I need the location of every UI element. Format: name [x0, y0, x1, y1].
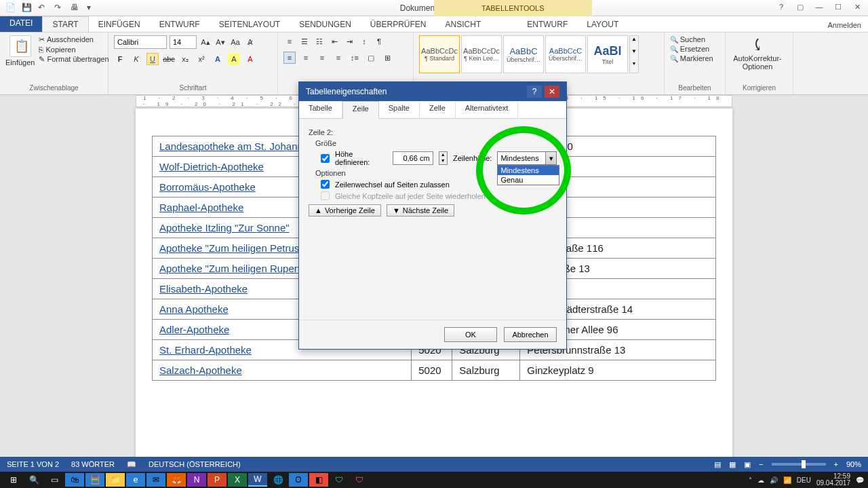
- status-page[interactable]: SEITE 1 VON 2: [7, 460, 59, 468]
- onenote-icon[interactable]: N: [187, 473, 206, 487]
- dtab-tabelle[interactable]: Tabelle: [299, 101, 342, 118]
- style-ueberschrift1[interactable]: AaBbCÜberschrif…: [503, 35, 544, 73]
- strike-button[interactable]: abc: [163, 53, 175, 65]
- view-print-icon[interactable]: ▦: [729, 460, 736, 469]
- table-cell[interactable]: Salzach-Apotheke: [153, 360, 412, 381]
- bold-button[interactable]: F: [114, 53, 126, 65]
- row-height-combo[interactable]: Mindestens ▾ Mindestens Genau: [497, 151, 557, 165]
- justify-icon[interactable]: ≡: [332, 52, 344, 64]
- superscript-button[interactable]: x²: [195, 53, 208, 65]
- tray-up-icon[interactable]: ˄: [749, 476, 752, 484]
- cancel-button[interactable]: Abbrechen: [504, 327, 557, 342]
- table-cell[interactable]: Salzburg: [452, 360, 520, 381]
- taskview-icon[interactable]: ▭: [45, 473, 64, 487]
- dialog-help-icon[interactable]: ?: [527, 86, 542, 98]
- status-proofing-icon[interactable]: 📖: [127, 460, 136, 469]
- show-marks-icon[interactable]: ¶: [373, 35, 385, 48]
- height-spinner[interactable]: ▲▼: [439, 151, 448, 165]
- redo-icon[interactable]: ↷: [54, 3, 65, 14]
- start-button[interactable]: ⊞: [4, 473, 23, 487]
- tab-ansicht[interactable]: ANSICHT: [436, 17, 491, 32]
- close-icon[interactable]: ✕: [849, 0, 865, 14]
- tab-entwurf[interactable]: ENTWURF: [150, 17, 210, 32]
- tray-onedrive-icon[interactable]: ☁: [757, 476, 764, 484]
- zoom-out-icon[interactable]: −: [759, 460, 763, 468]
- tray-volume-icon[interactable]: 🔊: [770, 476, 778, 484]
- paste-button[interactable]: Einfügen: [5, 35, 35, 67]
- login-link[interactable]: Anmelden: [821, 18, 868, 32]
- tray-network-icon[interactable]: 📶: [783, 476, 791, 484]
- qa-more-icon[interactable]: ▾: [87, 3, 98, 14]
- allow-break-checkbox[interactable]: [321, 180, 330, 189]
- tab-table-layout[interactable]: LAYOUT: [577, 17, 628, 32]
- undo-icon[interactable]: ↶: [38, 3, 49, 14]
- dtab-alternativtext[interactable]: Alternativtext: [456, 101, 519, 118]
- subscript-button[interactable]: x₂: [179, 53, 191, 65]
- shrink-font-icon[interactable]: A▾: [214, 36, 226, 48]
- style-ueberschrift2[interactable]: AaBbCcCÜberschrif…: [545, 35, 586, 73]
- view-read-icon[interactable]: ▤: [714, 460, 721, 469]
- dialog-close-icon[interactable]: ✕: [545, 86, 559, 98]
- mail-icon[interactable]: ✉: [146, 473, 165, 487]
- edge-icon[interactable]: e: [126, 473, 145, 487]
- tab-seitenlayout[interactable]: SEITENLAYOUT: [210, 17, 290, 32]
- calc-icon[interactable]: 🧮: [85, 473, 104, 487]
- sort-icon[interactable]: ↕: [358, 35, 370, 48]
- table-row[interactable]: Salzach-Apotheke5020SalzburgGinzkeyplatz…: [153, 360, 716, 381]
- maximize-icon[interactable]: ☐: [830, 0, 846, 14]
- chrome-icon[interactable]: 🌐: [269, 473, 288, 487]
- style-standard[interactable]: AaBbCcDc¶ Standard: [419, 35, 460, 73]
- zoom-slider[interactable]: [772, 463, 826, 466]
- chevron-down-icon[interactable]: ▾: [545, 152, 556, 164]
- borders-icon[interactable]: ⊞: [381, 52, 393, 64]
- word-taskbar-icon[interactable]: W: [248, 473, 267, 487]
- align-left-icon[interactable]: ≡: [283, 52, 296, 64]
- italic-button[interactable]: K: [130, 53, 142, 65]
- dtab-zelle[interactable]: Zelle: [420, 101, 456, 118]
- grow-font-icon[interactable]: A▴: [199, 36, 212, 48]
- align-right-icon[interactable]: ≡: [316, 52, 328, 64]
- styles-more-icon[interactable]: ▾: [630, 60, 638, 73]
- status-words[interactable]: 83 WÖRTER: [71, 460, 115, 468]
- tab-sendungen[interactable]: SENDUNGEN: [290, 17, 361, 32]
- format-painter-button[interactable]: ✎ Format übertragen: [39, 55, 108, 64]
- dtab-spalte[interactable]: Spalte: [379, 101, 420, 118]
- ribbon-opts-icon[interactable]: ▢: [792, 0, 808, 14]
- tray-notifications-icon[interactable]: 💬: [856, 476, 864, 484]
- numbering-icon[interactable]: ☰: [298, 35, 311, 48]
- tray-date[interactable]: 09.04.2017: [816, 479, 850, 487]
- line-spacing-icon[interactable]: ↕≡: [349, 52, 361, 64]
- replace-button[interactable]: Ersetzen: [670, 45, 719, 53]
- dtab-zeile[interactable]: Zeile: [342, 101, 379, 119]
- find-button[interactable]: Suchen: [670, 35, 719, 43]
- shield2-icon[interactable]: 🛡: [350, 473, 369, 487]
- align-center-icon[interactable]: ≡: [300, 52, 312, 64]
- tab-datei[interactable]: DATEI: [0, 16, 42, 32]
- font-color-icon[interactable]: A: [244, 53, 256, 65]
- store-icon[interactable]: 🛍: [65, 473, 84, 487]
- save-icon[interactable]: 💾: [22, 3, 33, 14]
- tab-einfuegen[interactable]: EINFÜGEN: [89, 17, 150, 32]
- styles-up-icon[interactable]: ▲: [630, 36, 638, 48]
- bullets-icon[interactable]: ≡: [283, 35, 296, 48]
- font-size-input[interactable]: [170, 35, 197, 49]
- change-case-icon[interactable]: Aa: [229, 36, 241, 48]
- highlight-icon[interactable]: A: [228, 53, 240, 65]
- select-button[interactable]: Markieren: [670, 54, 719, 62]
- tray-lang[interactable]: DEU: [797, 476, 811, 484]
- style-kein-leerraum[interactable]: AaBbCcDc¶ Kein Lee…: [461, 35, 502, 73]
- tab-ueberpruefen[interactable]: ÜBERPRÜFEN: [361, 17, 436, 32]
- autocorrect-button[interactable]: ⤹ AutoKorrektur-Optionen: [731, 35, 784, 71]
- table-cell[interactable]: Ginzkeyplatz 9: [520, 360, 716, 381]
- search-icon[interactable]: 🔍: [24, 473, 43, 487]
- tab-table-entwurf[interactable]: ENTWURF: [517, 17, 577, 32]
- view-web-icon[interactable]: ▣: [744, 460, 751, 469]
- minimize-icon[interactable]: —: [811, 0, 827, 14]
- shading-icon[interactable]: ▢: [365, 52, 377, 64]
- option-mindestens[interactable]: Mindestens: [498, 166, 559, 175]
- shield1-icon[interactable]: 🛡: [330, 473, 349, 487]
- clear-format-icon[interactable]: A̷: [244, 36, 256, 48]
- zoom-in-icon[interactable]: +: [834, 460, 838, 468]
- specify-height-checkbox[interactable]: [321, 154, 330, 163]
- style-titel[interactable]: AaBlTitel: [587, 35, 628, 73]
